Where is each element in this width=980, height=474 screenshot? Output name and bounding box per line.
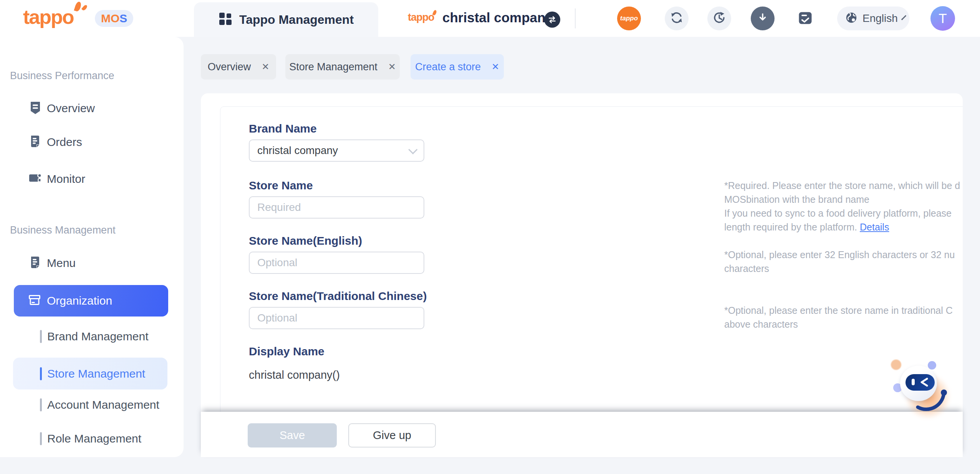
avatar-initial: T — [939, 11, 947, 26]
mos-badge-orange: MO — [101, 12, 119, 25]
store-name-input[interactable] — [249, 196, 424, 219]
chevron-down-icon — [408, 145, 417, 154]
sync-button[interactable] — [665, 7, 689, 30]
page-tab-store-management[interactable]: Store Management ✕ — [285, 54, 400, 80]
store-name-english-label: Store Name(English) — [249, 234, 362, 247]
subitem-bar — [40, 398, 42, 411]
workspace-tappo-logo: tappo — [408, 12, 434, 23]
sidebar-section-business-performance: Business Performance — [10, 70, 114, 82]
sidebar-item-monitor[interactable]: Monitor — [28, 171, 85, 187]
menu-icon — [28, 255, 42, 271]
inbox-button[interactable] — [796, 10, 814, 28]
workspace-swap-icon[interactable] — [544, 12, 560, 28]
close-icon[interactable]: ✕ — [492, 61, 499, 72]
page-tab-label: Store Management — [289, 61, 377, 73]
subitem-bar — [40, 330, 42, 343]
help-line: length required by the platform. — [724, 222, 860, 232]
sidebar-subitem-label: Account Management — [47, 398, 159, 411]
close-icon[interactable]: ✕ — [388, 61, 396, 72]
store-name-english-help: *Optional, please enter 32 English chara… — [724, 248, 963, 275]
tappo-logo-leaf-icon — [81, 4, 88, 11]
brand-name-label: Brand Name — [249, 122, 317, 135]
language-label: English — [862, 12, 898, 25]
mos-badge-blue: S — [119, 12, 127, 25]
store-name-chinese-input[interactable] — [249, 307, 424, 329]
robot-wink-eye — [919, 377, 930, 388]
sidebar-item-overview[interactable]: Overview — [28, 100, 95, 117]
workspace-logo-leaf-icon — [432, 10, 437, 16]
sidebar-item-organization[interactable]: Organization — [14, 285, 168, 317]
store-name-chinese-help: *Optional, please enter the store name i… — [724, 303, 963, 331]
help-line: MOSbination with the brand name — [724, 192, 963, 206]
robot-mascot[interactable] — [886, 356, 965, 424]
help-line: above characters — [724, 317, 963, 331]
store-name-help: *Required. Please enter the store name, … — [724, 179, 963, 234]
brand-name-value: christal company — [257, 144, 338, 157]
sidebar-item-label: Overview — [47, 102, 95, 115]
monitor-icon — [28, 171, 42, 187]
page-tab-label: Overview — [208, 61, 251, 73]
workspace-name: christal company — [442, 10, 553, 25]
robot-arm — [909, 389, 949, 415]
sidebar-item-label: Organization — [47, 294, 112, 307]
details-link[interactable]: Details — [860, 222, 889, 232]
language-selector[interactable]: English — [837, 7, 909, 30]
history-icon — [712, 11, 726, 26]
help-line: characters — [724, 262, 963, 275]
brand-name-select[interactable]: christal company — [249, 139, 424, 162]
robot-eye — [912, 379, 915, 385]
sidebar-subitem-label: Role Management — [47, 432, 141, 445]
sidebar-item-label: Monitor — [47, 172, 85, 186]
app-grid-icon — [219, 12, 232, 27]
page-tab-overview[interactable]: Overview ✕ — [201, 54, 276, 80]
sidebar-subitem-label: Store Management — [47, 367, 145, 380]
store-name-label: Store Name — [249, 179, 313, 192]
create-store-card: Brand Name christal company Store Name S… — [201, 93, 963, 412]
help-line: *Required. Please enter the store name, … — [724, 179, 963, 192]
tappo-logo: tappo — [23, 5, 74, 28]
user-avatar[interactable]: T — [930, 6, 955, 31]
history-button[interactable] — [707, 7, 731, 30]
subitem-bar — [40, 432, 42, 445]
overview-icon — [28, 101, 42, 116]
chevron-down-icon — [901, 15, 906, 20]
display-name-label: Display Name — [249, 345, 324, 358]
header-divider — [575, 8, 576, 28]
tappo-app-badge[interactable]: tappo — [617, 7, 641, 30]
sidebar-item-menu[interactable]: Menu — [28, 255, 76, 272]
header: tappo MOS Tappo Management tappo christa… — [0, 0, 980, 37]
globe-icon — [845, 11, 858, 26]
app-tab-label: Tappo Management — [239, 13, 354, 27]
sidebar-subitem-account-management[interactable]: Account Management — [40, 397, 159, 413]
subitem-bar — [40, 367, 42, 380]
mos-badge: MOS — [95, 10, 133, 27]
tab-tappo-management[interactable]: Tappo Management — [194, 2, 378, 37]
page: tappo MOS Tappo Management tappo christa… — [0, 0, 980, 474]
close-icon[interactable]: ✕ — [262, 61, 269, 72]
help-line: *Optional, please enter 32 English chara… — [724, 248, 963, 262]
robot-antenna-dot — [928, 361, 936, 370]
save-button[interactable]: Save — [248, 423, 337, 447]
sidebar-item-orders[interactable]: Orders — [28, 134, 82, 151]
form-footer: Save Give up — [201, 412, 963, 457]
page-tab-label: Create a store — [415, 61, 481, 73]
give-up-button[interactable]: Give up — [348, 423, 436, 447]
help-line: If you need to sync to a food delivery p… — [724, 206, 963, 220]
display-name-value: christal company() — [249, 369, 340, 381]
download-icon — [756, 11, 769, 26]
sidebar-section-business-management: Business Management — [10, 224, 116, 236]
help-line: *Optional, please enter the store name i… — [724, 303, 963, 317]
download-button[interactable] — [751, 7, 775, 30]
sidebar-subitem-brand-management[interactable]: Brand Management — [40, 329, 149, 344]
sidebar-subitem-store-management[interactable]: Store Management — [13, 358, 167, 389]
page-tab-create-a-store[interactable]: Create a store ✕ — [411, 54, 504, 80]
tappo-logo-leaf-icon — [74, 1, 82, 12]
sidebar-item-label: Menu — [47, 257, 76, 270]
sidebar: Business Performance Overview — [0, 37, 184, 457]
tappo-app-badge-label: tappo — [620, 15, 638, 22]
sidebar-subitem-role-management[interactable]: Role Management — [40, 431, 141, 446]
sync-icon — [670, 11, 684, 26]
store-name-english-input[interactable] — [249, 252, 424, 274]
orders-icon — [28, 134, 42, 150]
store-name-chinese-label: Store Name(Traditional Chinese) — [249, 290, 427, 303]
